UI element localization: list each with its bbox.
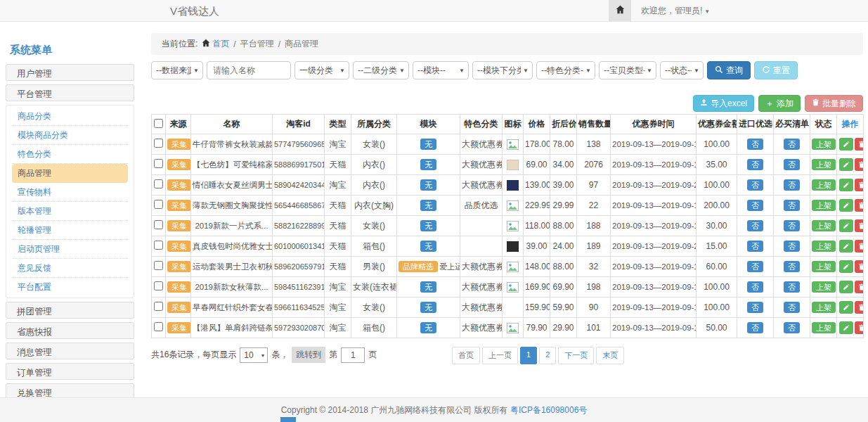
import-select-toggle[interactable]: 否 [747, 220, 763, 231]
edit-button[interactable] [839, 158, 853, 171]
edit-button[interactable] [839, 179, 853, 191]
must-buy-toggle[interactable]: 否 [784, 302, 800, 313]
status-badge[interactable]: 上架 [812, 220, 836, 231]
edit-button[interactable] [839, 281, 853, 293]
import-select-toggle[interactable]: 否 [747, 322, 763, 333]
sidebar-item-goods-management[interactable]: 商品管理 [12, 164, 128, 183]
query-button[interactable]: 查询 [707, 61, 751, 79]
import-select-toggle[interactable]: 否 [747, 241, 763, 252]
sidebar-section-platform-management[interactable]: 平台管理 [6, 84, 134, 101]
sidebar-item-module-goods-category[interactable]: 模块商品分类 [12, 126, 128, 145]
import-select-toggle[interactable]: 否 [747, 261, 763, 272]
filter-select-level2-category[interactable]: --二级分类-- [354, 62, 408, 79]
pager-button[interactable]: 首页 [452, 347, 480, 364]
select-all-checkbox[interactable] [154, 119, 163, 128]
row-checkbox[interactable] [154, 159, 163, 168]
breadcrumb-home-link[interactable]: 首页 [202, 38, 229, 50]
sidebar-section-exchange-management[interactable]: 兑换管理 [6, 383, 134, 398]
pager-button[interactable]: 上一页 [482, 347, 518, 364]
sidebar-section-saving-news[interactable]: 省惠快报 [6, 322, 134, 339]
delete-button[interactable] [855, 219, 864, 232]
delete-button[interactable] [855, 260, 864, 273]
delete-button[interactable] [855, 321, 864, 334]
status-badge[interactable]: 上架 [812, 200, 836, 211]
filter-select-status[interactable]: --状态-- [661, 62, 703, 79]
status-badge[interactable]: 上架 [812, 139, 836, 150]
row-checkbox[interactable] [154, 220, 163, 229]
row-checkbox[interactable] [154, 241, 163, 250]
icp-link[interactable]: 粤ICP备16098006号 [510, 404, 587, 416]
must-buy-toggle[interactable]: 否 [784, 281, 800, 293]
row-checkbox[interactable] [154, 261, 163, 270]
row-checkbox[interactable] [154, 200, 163, 209]
sidebar-item-goods-category[interactable]: 商品分类 [12, 107, 128, 126]
row-checkbox[interactable] [154, 139, 163, 148]
status-badge[interactable]: 上架 [812, 241, 836, 252]
import-select-toggle[interactable]: 否 [747, 139, 763, 150]
batch-delete-button[interactable]: 批量删除 [805, 95, 863, 112]
row-checkbox[interactable] [154, 302, 163, 311]
delete-button[interactable] [855, 240, 864, 252]
edit-button[interactable] [839, 219, 853, 232]
sidebar-section-user-management[interactable]: 用户管理 [6, 64, 134, 81]
edit-button[interactable] [839, 138, 853, 151]
user-menu[interactable]: 欢迎您，管理员!▼ [641, 5, 710, 17]
delete-button[interactable] [855, 138, 864, 151]
must-buy-toggle[interactable]: 否 [784, 139, 800, 150]
delete-button[interactable] [855, 158, 864, 171]
sidebar-item-splash-management[interactable]: 启动页管理 [12, 240, 128, 259]
sidebar-item-platform-config[interactable]: 平台配置 [12, 278, 128, 296]
delete-button[interactable] [855, 199, 864, 212]
must-buy-toggle[interactable]: 否 [784, 159, 800, 170]
row-checkbox[interactable] [154, 322, 163, 331]
add-button[interactable]: ＋ 添加 [758, 95, 801, 112]
import-excel-button[interactable]: 导入excel [693, 95, 754, 112]
filter-select-level1-category[interactable]: 一级分类 [295, 62, 349, 79]
row-checkbox[interactable] [154, 281, 163, 290]
must-buy-toggle[interactable]: 否 [784, 322, 800, 333]
filter-select-data-source[interactable]: --数据来源-- [152, 62, 202, 79]
sidebar-item-carousel-management[interactable]: 轮播管理 [12, 221, 128, 240]
status-badge[interactable]: 上架 [812, 159, 836, 170]
status-badge[interactable]: 上架 [812, 302, 836, 313]
import-select-toggle[interactable]: 否 [747, 159, 763, 170]
pager-button[interactable]: 下一页 [558, 347, 594, 364]
delete-button[interactable] [855, 281, 864, 293]
sidebar-section-order-management[interactable]: 订单管理 [6, 363, 134, 380]
reset-button[interactable]: 重置 [754, 61, 798, 79]
must-buy-toggle[interactable]: 否 [784, 179, 800, 191]
pager-current-page[interactable]: 1 [520, 347, 537, 364]
import-select-toggle[interactable]: 否 [747, 200, 763, 211]
sidebar-item-feature-category[interactable]: 特色分类 [12, 145, 128, 164]
filter-select-module-subcategory[interactable]: --模块下分类-- [473, 62, 532, 79]
filter-select-module[interactable]: --模块-- [413, 62, 468, 79]
delete-button[interactable] [855, 301, 864, 314]
edit-button[interactable] [839, 240, 853, 252]
pager-button[interactable]: 2 [539, 347, 556, 364]
edit-button[interactable] [839, 199, 853, 212]
must-buy-toggle[interactable]: 否 [784, 200, 800, 211]
must-buy-toggle[interactable]: 否 [784, 261, 800, 272]
import-select-toggle[interactable]: 否 [747, 302, 763, 313]
sidebar-section-message-management[interactable]: 消息管理 [6, 343, 134, 359]
edit-button[interactable] [839, 260, 853, 273]
sidebar-item-feedback[interactable]: 意见反馈 [12, 259, 128, 278]
must-buy-toggle[interactable]: 否 [784, 220, 800, 231]
page-number-input[interactable] [341, 347, 365, 363]
status-badge[interactable]: 上架 [812, 322, 836, 333]
must-buy-toggle[interactable]: 否 [784, 241, 800, 252]
pager-button[interactable]: 末页 [596, 347, 624, 364]
row-checkbox[interactable] [154, 179, 163, 188]
sidebar-section-group-buy-management[interactable]: 拼团管理 [6, 302, 134, 319]
edit-button[interactable] [839, 321, 853, 334]
home-button[interactable] [609, 0, 631, 21]
status-badge[interactable]: 上架 [812, 179, 836, 191]
sidebar-item-promo-material[interactable]: 宣传物料 [12, 183, 128, 202]
delete-button[interactable] [855, 179, 864, 191]
status-badge[interactable]: 上架 [812, 281, 836, 293]
jump-button[interactable]: 跳转到 [292, 347, 325, 363]
filter-input-name[interactable] [207, 61, 291, 79]
import-select-toggle[interactable]: 否 [747, 179, 763, 191]
per-page-select[interactable]: 10 [240, 348, 267, 362]
status-badge[interactable]: 上架 [812, 261, 836, 272]
